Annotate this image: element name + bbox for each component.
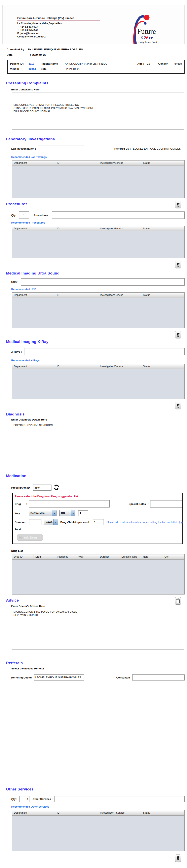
- uss-table-header: Department ID Investigation/Service Stat…: [12, 292, 184, 298]
- prescription-id-input[interactable]: [33, 485, 51, 491]
- section-heading-xray: Medical Imaging X-Ray: [6, 340, 187, 344]
- other-table-body[interactable]: [12, 816, 184, 851]
- column-header-id[interactable]: ID: [55, 160, 98, 165]
- column-header-department[interactable]: Department: [12, 364, 55, 369]
- recommended-procedures-link[interactable]: Recommended Procedures: [11, 221, 187, 224]
- reffering-doctor-input[interactable]: [34, 675, 84, 681]
- special-notes-input[interactable]: [150, 500, 182, 507]
- procedures-qty-input[interactable]: [19, 212, 29, 219]
- duration-input[interactable]: [29, 519, 41, 525]
- column-header-drug-id[interactable]: Drug ID: [12, 554, 34, 559]
- duration-label: Duration :: [15, 521, 27, 524]
- delete-other-services-button[interactable]: [175, 855, 181, 862]
- way-qty-input[interactable]: [78, 510, 88, 516]
- consult-date-label: Date: [7, 53, 29, 56]
- drug-colon: :: [26, 502, 27, 505]
- complaints-textarea[interactable]: SHE COMES YESTERDAY FOR IRREGULAR BLEEDI…: [12, 92, 184, 130]
- special-notes-label: Special Notes: [129, 502, 147, 505]
- drug-table-body[interactable]: [12, 560, 184, 594]
- consultant-input[interactable]: [132, 675, 185, 681]
- chevron-down-icon: [53, 519, 58, 525]
- column-header-department[interactable]: Department: [12, 292, 55, 298]
- column-header-id[interactable]: ID: [55, 226, 98, 231]
- company-name-suffix: Future Holdings (Pty) Limited: [36, 17, 74, 20]
- duration-unit-select[interactable]: Day/s: [44, 519, 58, 525]
- lab-investigation-input[interactable]: [38, 145, 84, 152]
- recommended-other-services-link[interactable]: Recommended Other Services: [11, 805, 187, 808]
- drug-input[interactable]: [29, 500, 110, 507]
- column-header-duration[interactable]: Duration: [98, 554, 120, 559]
- lab-investigation-label: Lab Investingation :: [11, 147, 36, 150]
- uss-input[interactable]: [21, 278, 185, 286]
- column-header-department[interactable]: Department: [12, 226, 55, 231]
- uss-table: Department ID Investigation/Service Stat…: [12, 292, 185, 328]
- drug-label: Drug: [15, 502, 26, 505]
- column-header-status[interactable]: Status: [141, 160, 184, 165]
- procedures-table-body[interactable]: [12, 231, 184, 258]
- column-header-status[interactable]: Status: [141, 364, 184, 369]
- column-header-investigation[interactable]: Investigation/Service: [98, 160, 141, 165]
- refferal-list-box[interactable]: [12, 684, 184, 781]
- drug-table-header: Drug ID Drug Fequency Way Duration Durat…: [12, 554, 184, 560]
- meal-timing-select[interactable]: Before Meal: [29, 510, 57, 516]
- procedures-table: Department ID Investigation/Service Stat…: [12, 226, 185, 258]
- frequency-select[interactable]: OD: [59, 510, 75, 516]
- column-header-status[interactable]: Status: [141, 226, 184, 231]
- delete-uss-button[interactable]: [175, 331, 181, 338]
- per-meal-input[interactable]: [93, 519, 104, 525]
- procedures-trash-row: [0, 261, 187, 268]
- recommended-xray-link[interactable]: Recommended X-Rays: [11, 359, 187, 362]
- advice-textarea[interactable]: MICROGGENON 1 TAB PO OD FOR 30 DAYS. 6 C…: [12, 609, 184, 650]
- column-header-investigation[interactable]: Investigation/Service: [98, 364, 141, 369]
- diagnosis-textarea[interactable]: POLYCYST OVARIAN SYNDROME: [12, 422, 184, 468]
- uss-trash-row: [0, 331, 187, 338]
- patient-gender-label: Gender :: [158, 62, 173, 65]
- xray-table-body[interactable]: [12, 369, 184, 399]
- other-qty-input[interactable]: [19, 796, 30, 802]
- advice-label: Enter Doctor's Advice Here: [11, 604, 187, 608]
- xray-trash-row: [0, 402, 187, 409]
- refresh-prescription-button[interactable]: [53, 485, 60, 491]
- company-details: Future Care by Future Holdings (Pty) Lim…: [17, 17, 100, 38]
- other-services-input[interactable]: [54, 796, 185, 802]
- column-header-frequency[interactable]: Fequency: [55, 554, 77, 559]
- column-header-duration-type[interactable]: Duration Type: [120, 554, 141, 559]
- column-header-investigation[interactable]: Investigation/Service: [98, 292, 141, 298]
- column-header-department[interactable]: Department: [12, 160, 55, 165]
- company-header: Future Care by Future Holdings (Pty) Lim…: [2, 5, 185, 44]
- column-header-investigation[interactable]: Investigation / Service: [98, 810, 141, 815]
- prescription-id-label: Prescription ID :: [11, 486, 31, 489]
- column-header-qty[interactable]: Qty: [163, 554, 184, 559]
- column-header-id[interactable]: ID: [55, 364, 98, 369]
- xray-input[interactable]: [24, 348, 185, 355]
- column-header-department[interactable]: Department: [12, 810, 55, 815]
- complaints-label: Enter Complaints Here: [11, 88, 187, 91]
- other-services-label: Other Services :: [33, 798, 53, 801]
- section-heading-procedures: Procedures: [6, 202, 187, 206]
- recommended-uss-link[interactable]: Recommended USS: [11, 287, 187, 290]
- column-header-way[interactable]: Way: [77, 554, 98, 559]
- column-header-note[interactable]: Note: [141, 554, 163, 559]
- trash-recycle-icon: [176, 856, 180, 861]
- column-header-drug[interactable]: Drug: [34, 554, 55, 559]
- procedures-input[interactable]: [52, 212, 185, 219]
- delete-procedures-button[interactable]: [175, 261, 181, 268]
- column-header-id[interactable]: ID: [55, 292, 98, 298]
- logo-word-future: Future: [137, 27, 156, 35]
- recommended-lab-testings-link[interactable]: Recommended Lab Testings: [11, 155, 187, 158]
- lab-table-body[interactable]: [12, 166, 184, 198]
- add-drug-button[interactable]: Add Drug: [17, 534, 43, 541]
- delete-xray-button[interactable]: [175, 402, 181, 409]
- patient-row-1: Patient ID : 1117 Patient Name : ANISSA …: [10, 62, 182, 65]
- section-heading-advice: Advice: [6, 598, 187, 602]
- uss-table-body[interactable]: [12, 298, 184, 328]
- column-header-status[interactable]: Status: [141, 292, 184, 298]
- column-header-investigation[interactable]: Investigation/Service: [98, 226, 141, 231]
- trash-outline-icon: [176, 598, 180, 603]
- reffering-doctor-label: Reffering Doctor: [11, 676, 32, 679]
- delete-advice-button[interactable]: [175, 597, 181, 604]
- delete-lab-button[interactable]: [175, 201, 181, 208]
- column-header-id[interactable]: ID: [55, 810, 98, 815]
- column-header-status[interactable]: Status: [141, 810, 184, 815]
- duration-row: Duration : Day/s Drugs/Tablets per meal …: [15, 519, 182, 525]
